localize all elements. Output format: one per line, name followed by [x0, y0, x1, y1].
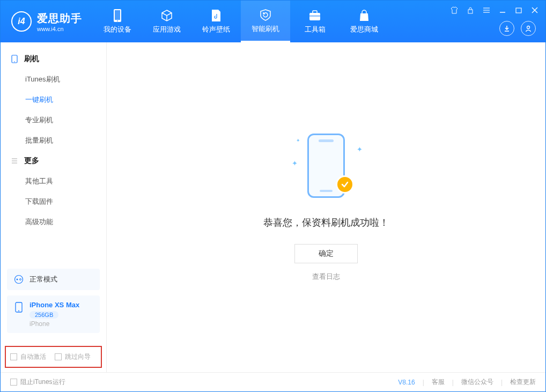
checkbox-icon	[55, 353, 62, 360]
svg-rect-11	[516, 8, 521, 13]
close-icon[interactable]	[530, 6, 539, 14]
device-mode-text: 正常模式	[29, 275, 57, 284]
header-right-buttons	[499, 21, 536, 36]
tab-my-device[interactable]: 我的设备	[93, 1, 142, 42]
checkbox-icon	[10, 353, 17, 360]
sidebar-section-flash: 刷机	[1, 49, 106, 69]
svg-rect-6	[468, 10, 473, 13]
sidebar-section-more: 更多	[1, 151, 106, 171]
logo: i4 爱思助手 www.i4.cn	[1, 1, 93, 42]
sidebar-item-itunes-flash[interactable]: iTunes刷机	[1, 69, 106, 90]
lock-icon[interactable]	[466, 6, 475, 14]
app-url: www.i4.cn	[37, 26, 82, 32]
account-button[interactable]	[521, 21, 536, 36]
top-tabs: 我的设备 应用游戏 铃声壁纸 智能刷机 工具箱 爱思商城	[93, 1, 389, 42]
support-link[interactable]: 客服	[432, 378, 445, 387]
check-update-link[interactable]: 检查更新	[510, 378, 536, 387]
flash-options-region: 自动激活 跳过向导	[5, 346, 102, 368]
sidebar-item-other-tools[interactable]: 其他工具	[1, 171, 106, 191]
device-phone-icon	[13, 302, 24, 313]
ok-button[interactable]: 确定	[294, 244, 358, 263]
device-capacity: 256GB	[29, 311, 58, 319]
svg-rect-3	[309, 13, 320, 20]
device-panel: 正常模式 iPhone XS Max 256GB iPhone	[1, 263, 106, 346]
titlebar-controls	[450, 6, 539, 14]
phone-icon	[110, 9, 124, 23]
svg-rect-5	[309, 16, 320, 17]
checkbox-icon	[10, 379, 17, 386]
device-mode-card[interactable]: 正常模式	[7, 269, 100, 290]
sidebar-item-download-firmware[interactable]: 下载固件	[1, 191, 106, 212]
toolbox-icon	[308, 9, 322, 23]
sidebar-item-batch-flash[interactable]: 批量刷机	[1, 130, 106, 151]
app-window: i4 爱思助手 www.i4.cn 我的设备 应用游戏 铃声壁纸 智能刷机	[0, 0, 546, 392]
maximize-icon[interactable]	[514, 6, 523, 14]
sidebar: 刷机 iTunes刷机 一键刷机 专业刷机 批量刷机 更多 其他工具 下载固件 …	[1, 42, 107, 372]
wechat-link[interactable]: 微信公众号	[461, 378, 493, 387]
svg-rect-4	[313, 11, 317, 13]
tab-toolbox[interactable]: 工具箱	[290, 1, 340, 42]
device-small-icon	[10, 55, 19, 63]
device-info-card[interactable]: iPhone XS Max 256GB iPhone	[7, 295, 100, 333]
mode-normal-icon	[13, 274, 24, 285]
success-message: 恭喜您，保资料刷机成功啦！	[263, 216, 389, 229]
checkbox-auto-activate[interactable]: 自动激活	[10, 352, 46, 361]
footer: 阻止iTunes运行 V8.16 | 客服 | 微信公众号 | 检查更新	[1, 372, 545, 391]
cube-icon	[160, 9, 174, 23]
svg-point-21	[17, 279, 18, 280]
svg-point-2	[117, 20, 118, 21]
music-file-icon	[209, 9, 223, 23]
tab-apps-games[interactable]: 应用游戏	[142, 1, 191, 42]
refresh-shield-icon	[259, 8, 272, 22]
version-label: V8.16	[398, 379, 415, 386]
success-illustration: ✦ ✦ ✦	[289, 134, 364, 203]
svg-point-16	[14, 61, 15, 62]
shopping-bag-icon	[357, 9, 371, 23]
list-icon	[10, 157, 19, 165]
svg-point-24	[18, 310, 19, 312]
success-check-icon	[336, 175, 354, 194]
minimize-icon[interactable]	[498, 6, 507, 14]
app-title: 爱思助手	[37, 11, 82, 26]
tshirt-icon[interactable]	[450, 6, 459, 14]
svg-point-14	[527, 26, 530, 29]
menu-icon[interactable]	[482, 6, 491, 14]
sidebar-item-oneclick-flash[interactable]: 一键刷机	[1, 90, 106, 110]
svg-rect-1	[115, 10, 120, 20]
tab-smart-flash[interactable]: 智能刷机	[241, 1, 290, 42]
header: i4 爱思助手 www.i4.cn 我的设备 应用游戏 铃声壁纸 智能刷机	[1, 1, 545, 42]
view-log-link[interactable]: 查看日志	[312, 272, 340, 282]
main-content: ✦ ✦ ✦ 恭喜您，保资料刷机成功啦！ 确定 查看日志	[107, 42, 545, 372]
checkbox-skip-wizard[interactable]: 跳过向导	[55, 352, 91, 361]
tab-ringtones-wallpapers[interactable]: 铃声壁纸	[191, 1, 241, 42]
logo-icon: i4	[11, 11, 32, 32]
sidebar-item-advanced[interactable]: 高级功能	[1, 212, 106, 232]
device-type: iPhone	[29, 320, 79, 328]
tab-store[interactable]: 爱思商城	[340, 1, 389, 42]
body: 刷机 iTunes刷机 一键刷机 专业刷机 批量刷机 更多 其他工具 下载固件 …	[1, 42, 545, 372]
checkbox-block-itunes[interactable]: 阻止iTunes运行	[10, 378, 65, 387]
svg-point-20	[15, 276, 23, 284]
svg-point-22	[20, 279, 21, 280]
download-button[interactable]	[499, 21, 514, 36]
sidebar-item-pro-flash[interactable]: 专业刷机	[1, 110, 106, 130]
device-name: iPhone XS Max	[29, 301, 79, 309]
